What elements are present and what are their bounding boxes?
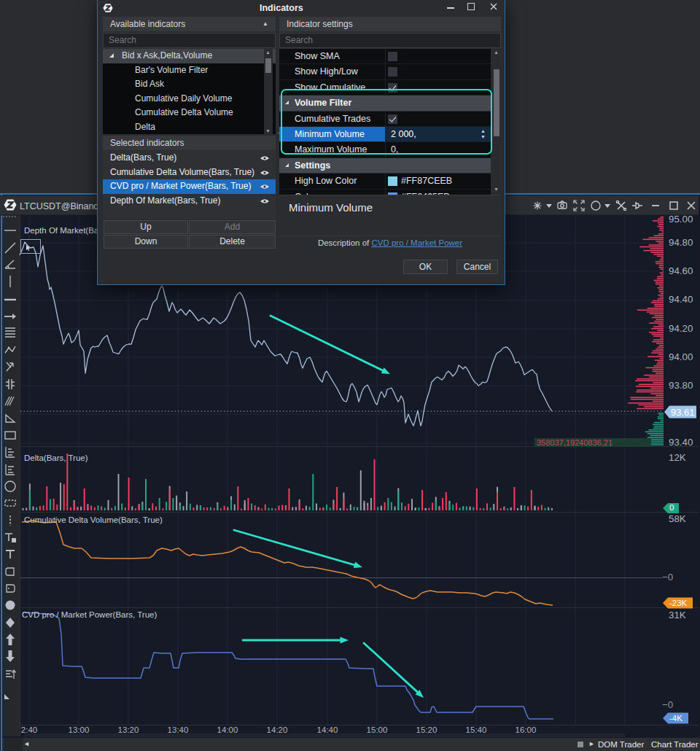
svg-text:14:20: 14:20 [267,725,288,734]
svg-text:16:00: 16:00 [516,725,537,734]
svg-text:-23K: -23K [669,599,688,607]
svg-text:94.20: 94.20 [669,323,693,334]
svg-text:94.60: 94.60 [669,265,693,276]
svg-text:31K: 31K [669,610,686,620]
svg-text:-4K: -4K [669,714,682,723]
svg-text:0: 0 [669,503,674,512]
svg-text:15:20: 15:20 [416,725,438,734]
svg-text:93.61: 93.61 [671,407,695,418]
svg-text:2:40: 2:40 [21,725,37,734]
svg-text:13:20: 13:20 [118,725,139,734]
svg-text:93.40: 93.40 [669,437,693,448]
svg-text:15:40: 15:40 [466,725,487,734]
svg-text:CVD pro / Market Power(Bars, T: CVD pro / Market Power(Bars, True) [22,610,157,619]
svg-text:12K: 12K [669,452,686,463]
svg-text:94.00: 94.00 [669,351,693,362]
svg-text:14:40: 14:40 [317,725,338,734]
svg-text:Delta(Bars, True): Delta(Bars, True) [24,454,88,462]
svg-text:94.80: 94.80 [669,237,693,248]
svg-text:94.40: 94.40 [669,294,693,305]
svg-text:13:00: 13:00 [69,725,90,734]
svg-text:−0: −0 [662,699,673,710]
svg-text:358037,19240836,21: 358037,19240836,21 [537,438,612,447]
svg-text:93.80: 93.80 [669,380,693,391]
svg-text:13:40: 13:40 [168,725,189,734]
svg-text:15:00: 15:00 [367,725,388,734]
svg-text:Cumulative Delta Volume(Bars,: Cumulative Delta Volume(Bars, True) [24,515,163,524]
svg-text:−0: −0 [662,572,673,583]
svg-text:58K: 58K [669,513,686,524]
svg-text:14:00: 14:00 [217,725,238,734]
